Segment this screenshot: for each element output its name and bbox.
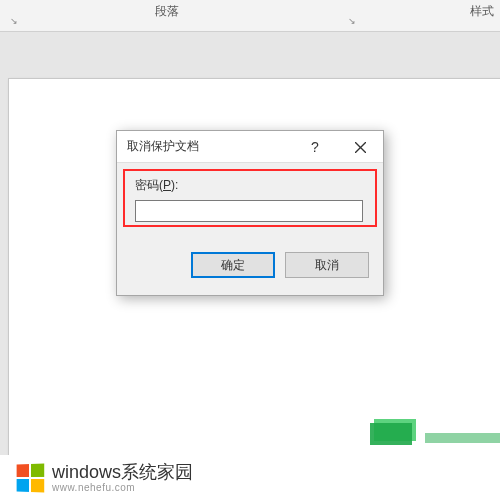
close-button[interactable] — [337, 131, 383, 163]
watermark-bar: windows系统家园 www.nehefu.com — [0, 455, 500, 501]
password-input[interactable] — [135, 200, 363, 222]
dialog-button-row: 确定 取消 — [117, 252, 383, 292]
close-icon — [355, 142, 366, 153]
dialog-titlebar: 取消保护文档 ? — [117, 131, 383, 163]
ribbon-group-styles: 样式 — [470, 3, 494, 20]
watermark-brand: windows系统家园 — [52, 463, 193, 483]
expand-icon[interactable]: ↘ — [10, 16, 18, 26]
expand-icon[interactable]: ↘ — [348, 16, 356, 26]
dialog-title: 取消保护文档 — [127, 138, 199, 155]
ribbon-bar: ↘ 段落 ↘ 样式 — [0, 0, 500, 32]
ribbon-group-paragraph: 段落 — [155, 3, 179, 20]
help-button[interactable]: ? — [295, 131, 335, 163]
unprotect-document-dialog: 取消保护文档 ? 密码(P): 确定 取消 — [116, 130, 384, 296]
watermark-text: windows系统家园 www.nehefu.com — [52, 463, 193, 494]
windows-logo-icon — [17, 464, 45, 493]
dialog-body: 密码(P): — [117, 163, 383, 232]
cancel-button[interactable]: 取消 — [285, 252, 369, 278]
ok-button[interactable]: 确定 — [191, 252, 275, 278]
password-label: 密码(P): — [135, 177, 369, 194]
watermark-url: www.nehefu.com — [52, 482, 193, 493]
